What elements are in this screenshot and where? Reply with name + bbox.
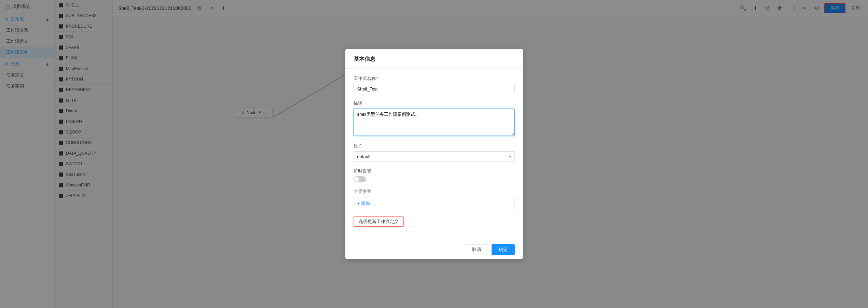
global-var-label: 全局变量 [354, 188, 515, 195]
add-var-button[interactable]: + 添加 [357, 201, 370, 206]
timeout-label: 超时告警 [354, 168, 515, 174]
timeout-toggle-wrap [354, 176, 515, 182]
tenant-select[interactable]: default [354, 151, 515, 162]
timeout-toggle[interactable] [354, 176, 366, 182]
cancel-button[interactable]: 取消 [465, 244, 488, 255]
tenant-label: 租户 [354, 143, 515, 149]
description-field: 描述 shell类型任务工作流案例测试。 [354, 100, 515, 137]
confirm-button[interactable]: 确定 [492, 244, 515, 255]
tenant-select-wrap: default [354, 151, 515, 162]
modal-overlay: 基本信息 工作流名称* 描述 shell类型任务工作流案例测试。 租户 defa… [0, 0, 868, 308]
description-label: 描述 [354, 100, 515, 107]
basic-info-modal: 基本信息 工作流名称* 描述 shell类型任务工作流案例测试。 租户 defa… [345, 49, 523, 259]
global-var-box: + 添加 [354, 197, 515, 210]
modal-footer: 取消 确定 [345, 240, 523, 259]
modal-title: 基本信息 [345, 49, 523, 69]
workflow-name-field: 工作流名称* [354, 75, 515, 94]
update-definition-button[interactable]: 是否更新工作流定义 [354, 216, 404, 227]
workflow-name-label: 工作流名称* [354, 75, 515, 82]
tenant-field: 租户 default [354, 143, 515, 162]
modal-body: 工作流名称* 描述 shell类型任务工作流案例测试。 租户 default [345, 69, 523, 240]
workflow-name-input[interactable] [354, 84, 515, 94]
update-def-field: 是否更新工作流定义 [354, 216, 515, 227]
description-textarea[interactable]: shell类型任务工作流案例测试。 [354, 109, 515, 136]
timeout-field: 超时告警 [354, 168, 515, 182]
global-var-field: 全局变量 + 添加 [354, 188, 515, 210]
